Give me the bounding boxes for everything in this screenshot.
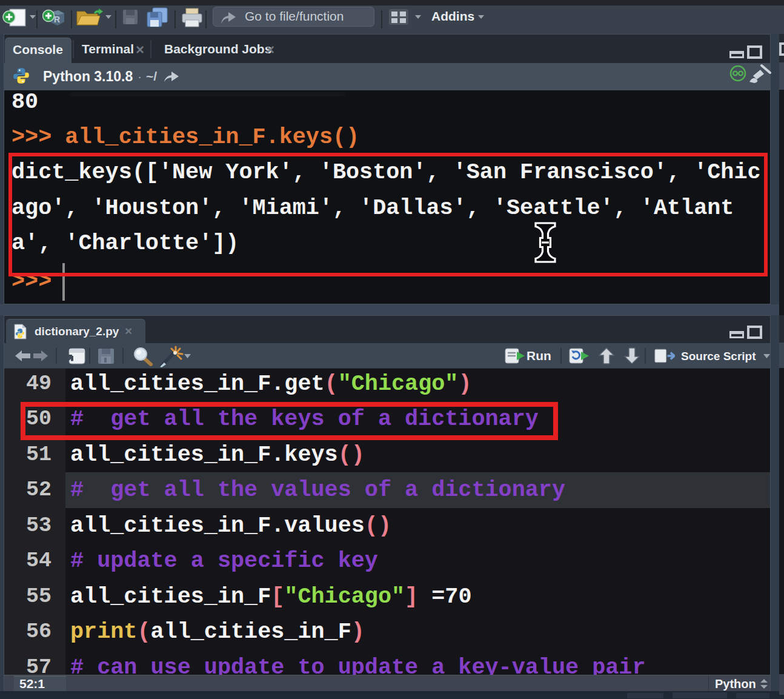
svg-text:R: R — [54, 15, 60, 24]
